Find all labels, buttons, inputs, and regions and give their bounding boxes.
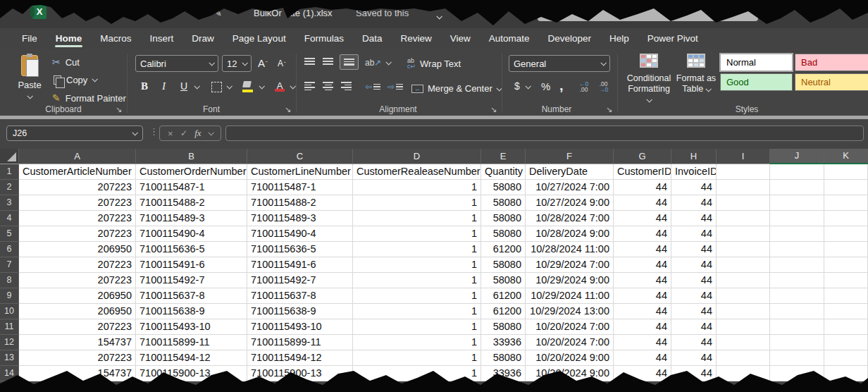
cell-E1[interactable]: Quantity (481, 164, 526, 180)
cell-I2[interactable] (717, 180, 770, 195)
cell-J4[interactable] (770, 211, 824, 226)
cell-J8[interactable] (770, 273, 824, 288)
number-dialog-launcher[interactable]: ↘ (606, 105, 612, 114)
cell-I4[interactable] (717, 211, 770, 226)
cell-D6[interactable]: 1 (353, 242, 481, 257)
cell-E8[interactable]: 58080 (481, 273, 526, 288)
title-chevron-down-icon[interactable] (437, 9, 441, 22)
ribbon-tab-developer[interactable]: Developer (539, 29, 601, 49)
cell-J9[interactable] (770, 288, 824, 304)
ribbon-tab-file[interactable]: File (13, 29, 46, 49)
cell-A6[interactable]: 206950 (19, 242, 136, 257)
cell-G7[interactable]: 44 (614, 257, 671, 273)
cell-style-neutral[interactable]: Neutral (795, 73, 868, 91)
cell-B1[interactable]: CustomerOrderNumber (136, 164, 247, 180)
cell-J13[interactable] (770, 350, 824, 366)
copy-button[interactable]: Copy (52, 73, 97, 87)
bottom-align-button[interactable] (340, 54, 359, 70)
cell-style-good[interactable]: Good (720, 73, 793, 91)
column-header-D[interactable]: D (353, 149, 481, 164)
cut-button[interactable]: ✂ Cut (52, 55, 80, 69)
cell-D12[interactable]: 1 (353, 335, 481, 350)
merge-center-button[interactable]: ↔ Merge & Center (411, 83, 501, 94)
cell-H14[interactable]: 44 (671, 366, 717, 381)
cell-C7[interactable]: 7100115491-6 (247, 257, 353, 273)
middle-align-button[interactable] (323, 58, 333, 65)
cell-I13[interactable] (717, 350, 770, 366)
cell-K8[interactable] (824, 273, 868, 288)
cell-style-normal[interactable]: Normal (720, 54, 793, 71)
row-header-14[interactable]: 14 (0, 366, 19, 381)
ribbon-tab-home[interactable]: Home (46, 29, 92, 49)
column-header-C[interactable]: C (247, 149, 353, 164)
ribbon-tab-review[interactable]: Review (391, 29, 440, 49)
cell-B11[interactable]: 7100115493-10 (136, 319, 247, 335)
cell-H3[interactable]: 44 (671, 195, 717, 211)
ribbon-tab-formulas[interactable]: Formulas (295, 29, 353, 49)
cell-G11[interactable]: 44 (614, 319, 671, 335)
cell-J3[interactable] (770, 195, 824, 211)
cell-A9[interactable]: 206950 (19, 288, 136, 304)
increase-decimal-button[interactable]: ←0.00 (579, 81, 588, 92)
cell-K4[interactable] (824, 211, 868, 226)
cell-I7[interactable] (717, 257, 770, 273)
cell-G6[interactable]: 44 (614, 242, 671, 257)
cell-D2[interactable]: 1 (353, 180, 481, 195)
underline-chevron-icon[interactable] (194, 85, 199, 89)
cell-D10[interactable]: 1 (353, 304, 481, 319)
cell-F10[interactable]: 10/29/2024 13:00 (526, 304, 614, 319)
ribbon-tab-insert[interactable]: Insert (141, 29, 183, 49)
cell-B5[interactable]: 7100115490-4 (136, 226, 247, 242)
number-format-combo[interactable]: General (509, 55, 610, 72)
increase-font-size-button[interactable]: Aˆ (258, 57, 268, 69)
row-header-10[interactable]: 10 (0, 304, 19, 319)
cell-C11[interactable]: 7100115493-10 (247, 319, 353, 335)
comma-style-button[interactable]: , (559, 78, 564, 94)
cell-F3[interactable]: 10/27/2024 9:00 (526, 195, 614, 211)
cell-A4[interactable]: 207223 (19, 211, 136, 226)
row-header-3[interactable]: 3 (0, 195, 19, 211)
cell-H7[interactable]: 44 (671, 257, 717, 273)
cell-F13[interactable]: 10/20/2024 9:00 (526, 350, 614, 366)
cell-J5[interactable] (770, 226, 824, 242)
orientation-button[interactable]: ab↗ (365, 58, 381, 68)
ribbon-tab-page-layout[interactable]: Page Layout (223, 29, 295, 49)
row-header-12[interactable]: 12 (0, 335, 19, 350)
cell-E13[interactable]: 58080 (481, 350, 526, 366)
cell-K11[interactable] (824, 319, 868, 335)
orientation-chevron-icon[interactable] (386, 61, 390, 65)
cell-D13[interactable]: 1 (353, 350, 481, 366)
cell-I8[interactable] (717, 273, 770, 288)
cell-C9[interactable]: 7100115637-8 (247, 288, 353, 304)
cell-H4[interactable]: 44 (671, 211, 717, 226)
cell-I11[interactable] (717, 319, 770, 335)
cell-B7[interactable]: 7100115491-6 (136, 257, 247, 273)
cell-K1[interactable] (824, 164, 868, 180)
cell-A5[interactable]: 207223 (19, 226, 136, 242)
cell-F7[interactable]: 10/29/2024 7:00 (526, 257, 614, 273)
conditional-formatting-button[interactable]: Conditional Formatting (626, 54, 672, 105)
cell-J11[interactable] (770, 319, 824, 335)
borders-chevron-icon[interactable] (227, 85, 231, 89)
cell-I3[interactable] (717, 195, 770, 211)
font-color-button[interactable]: A (275, 80, 285, 92)
cell-K14[interactable] (824, 366, 868, 381)
formula-bar-grip[interactable]: ⋮ (149, 126, 159, 137)
cell-B9[interactable]: 7100115637-8 (136, 288, 247, 304)
cell-G12[interactable]: 44 (614, 335, 671, 350)
cell-C5[interactable]: 7100115490-4 (247, 226, 353, 242)
cell-F6[interactable]: 10/28/2024 11:00 (526, 242, 614, 257)
cell-H12[interactable]: 44 (671, 335, 717, 350)
cell-E7[interactable]: 58080 (481, 257, 526, 273)
cell-E6[interactable]: 61200 (481, 242, 526, 257)
cell-K9[interactable] (824, 288, 868, 304)
cell-A10[interactable]: 206950 (19, 304, 136, 319)
cell-H9[interactable]: 44 (671, 288, 717, 304)
cell-F8[interactable]: 10/29/2024 9:00 (526, 273, 614, 288)
align-left-button[interactable] (304, 82, 315, 90)
italic-button[interactable]: I (162, 80, 166, 92)
cell-I9[interactable] (717, 288, 770, 304)
cell-J1[interactable] (770, 164, 824, 180)
cell-C10[interactable]: 7100115638-9 (247, 304, 353, 319)
cell-H1[interactable]: InvoiceID (671, 164, 717, 180)
